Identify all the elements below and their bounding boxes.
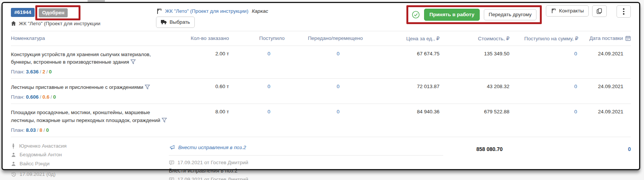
col-header-received-sum: Поступило на сумму, ₽	[509, 35, 578, 41]
annotation-box-actions: Принять в работу Передать другому	[406, 5, 542, 24]
calendar-icon[interactable]	[625, 35, 631, 41]
created-date: 17.09.2021 (0д)	[20, 171, 56, 177]
person-icon	[11, 152, 16, 157]
col-header-delivery-date: Дата поставки	[589, 35, 623, 41]
received-sum-link[interactable]: 0	[574, 109, 577, 114]
plan-label: План:	[11, 69, 24, 75]
received-link[interactable]: 0	[267, 51, 270, 56]
comment-text: Внести исправления в поз.2	[169, 167, 443, 174]
col-header-cost: Стоимость, ₽	[439, 35, 509, 41]
resolution-link-label: Внести исправления в поз.2	[178, 145, 246, 150]
person-name: Юрченко Анастасия	[19, 143, 67, 149]
unit-price-cell: 72 013.87	[363, 84, 439, 89]
plan-ordered-value: 8.03	[26, 127, 36, 133]
delivery-date-cell: 24.09.2021	[578, 51, 631, 56]
comments-block: 17.09.2021 от Гостев Дмитрий Внести испр…	[169, 160, 443, 180]
cost-cell: 43 208.32	[439, 84, 509, 89]
nomenclature-name: Конструкция устройств для хранения сыпуч…	[11, 52, 151, 65]
unit-price-cell: 84 940.36	[363, 109, 439, 114]
order-footer: Юрченко Анастасия Бездомный Антон Вайсс …	[11, 137, 631, 180]
order-card: #61944 Одобрен ЖК "Лето" (Проект для инс…	[2, 2, 640, 170]
comment-icon	[169, 177, 174, 180]
cost-cell: 679 522.88	[439, 109, 509, 114]
table-row: Лестницы приставные и прислоненные с огр…	[11, 79, 631, 104]
person-name: Вайсс Рэнди	[20, 161, 50, 167]
standing-person-icon	[11, 143, 16, 149]
transferred-link[interactable]: 0	[336, 51, 339, 56]
contracts-button-label: Контракты	[559, 8, 584, 14]
project-link[interactable]: ЖК "Лето" (Проект для инструкции)	[165, 8, 249, 14]
copy-icon	[596, 8, 603, 14]
received-sum-link[interactable]: 0	[574, 84, 577, 89]
nomenclature-name: Лестницы приставные и прислоненные с огр…	[11, 84, 143, 90]
status-badge: Одобрен	[39, 8, 68, 17]
comment-meta: 17.09.2021 от Гостев Дмитрий	[177, 177, 248, 180]
truck-icon	[161, 20, 167, 25]
select-button-label: Выбрать	[170, 19, 190, 25]
received-sum-link[interactable]: 0	[574, 51, 577, 56]
person-name: Бездомный Антон	[20, 152, 62, 158]
plan-done-value: 0	[46, 127, 49, 133]
cost-cell: 135 349.50	[439, 51, 509, 56]
qty-ordered-cell: 0.60 т	[174, 84, 229, 89]
filter-icon[interactable]	[130, 59, 136, 64]
comment-icon	[169, 160, 174, 165]
received-link[interactable]: 0	[267, 84, 270, 89]
crane-icon	[156, 8, 162, 14]
table-row: Площадки просадочные, мостики, кронштейн…	[11, 104, 631, 137]
plan-done-value: 0	[49, 69, 52, 75]
nomenclature-name: Площадки просадочные, мостики, кронштейн…	[11, 110, 160, 123]
contracts-button[interactable]: Контракты	[546, 5, 589, 17]
person-icon	[11, 161, 16, 166]
annotation-box-status: Одобрен	[35, 5, 80, 20]
accept-button[interactable]: Принять в работу	[424, 9, 479, 21]
unit-price-cell: 67 674.75	[363, 51, 439, 56]
col-header-qty-ordered: Кол-во заказано	[174, 35, 229, 41]
total-received-sum-link[interactable]: 0	[628, 146, 631, 152]
col-header-unit-price: Цена за ед., ₽	[363, 35, 439, 41]
home-icon	[11, 21, 16, 26]
table-body: Конструкция устройств для хранения сыпуч…	[11, 46, 631, 137]
filter-icon[interactable]	[162, 117, 167, 123]
project-section-label: Каркас	[252, 8, 268, 14]
order-id-badge: #61944	[11, 8, 35, 17]
transfer-button[interactable]: Передать другому	[484, 9, 536, 20]
order-header: #61944 Одобрен ЖК "Лето" (Проект для инс…	[11, 3, 631, 28]
plan-in-work-value: 2	[42, 69, 45, 75]
col-header-transferred: Передано/перемещено	[285, 35, 363, 41]
copy-button[interactable]	[592, 5, 607, 17]
table-header-row: Номенклатура Кол-во заказано Поступило П…	[11, 31, 631, 46]
comment-meta: 17.09.2021 от Гостев Дмитрий	[177, 160, 248, 165]
crane-icon	[551, 8, 556, 14]
table-row: Конструкция устройств для хранения сыпуч…	[11, 46, 631, 79]
more-options-button[interactable]	[617, 5, 631, 18]
transferred-link[interactable]: 0	[336, 84, 339, 89]
delivery-date-cell: 24.09.2021	[578, 109, 631, 114]
plan-ordered-value: 3.636	[26, 69, 39, 75]
plan-label: План:	[11, 127, 24, 133]
col-header-nomenclature: Номенклатура	[11, 35, 174, 41]
plan-ordered-value: 0.606	[26, 94, 39, 100]
plan-in-work-value: 0.6	[42, 94, 50, 100]
filter-icon[interactable]	[145, 84, 150, 90]
received-link[interactable]: 0	[267, 109, 270, 114]
check-circle-icon[interactable]	[412, 11, 420, 19]
plan-done-value: 0	[53, 94, 56, 100]
history-icon	[11, 172, 16, 177]
transferred-link[interactable]: 0	[336, 109, 339, 114]
qty-ordered-cell: 2.00 т	[174, 51, 229, 56]
select-button[interactable]: Выбрать	[156, 17, 195, 28]
total-cost: 858 080.70	[476, 146, 503, 152]
project-subtitle: ЖК "Лето" (Проект для инструкции	[19, 21, 100, 26]
qty-ordered-cell: 8.00 т	[174, 109, 229, 114]
delivery-date-cell: 24.09.2021	[578, 84, 631, 89]
plan-label: План:	[11, 94, 24, 100]
plan-in-work-value: 8	[39, 127, 42, 133]
resolution-link[interactable]: Внести исправления в поз.2	[169, 144, 443, 156]
col-header-received: Поступило	[229, 35, 285, 41]
megaphone-icon	[170, 145, 175, 150]
